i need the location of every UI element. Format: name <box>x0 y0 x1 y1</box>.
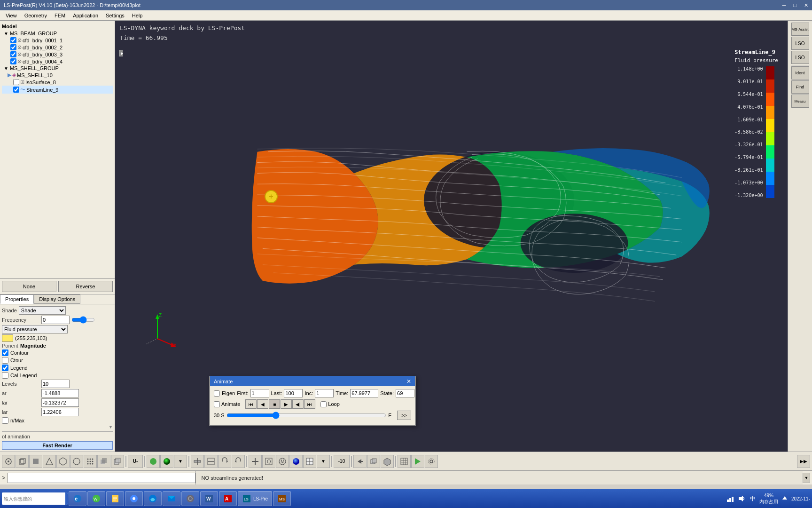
tree-isosurface-8[interactable]: ⊞ IsoSurface_8 <box>2 79 113 86</box>
btn-stop[interactable]: ■ <box>269 399 280 409</box>
menu-help[interactable]: Help <box>128 12 147 19</box>
component-select[interactable]: Fluid pressure <box>2 325 68 333</box>
tb-rotate[interactable] <box>218 455 231 468</box>
tb-sphere2[interactable] <box>289 455 303 468</box>
tb-mesh[interactable] <box>398 455 411 468</box>
eigen-checkbox[interactable] <box>214 390 220 397</box>
last-input[interactable] <box>284 389 303 397</box>
inc-input[interactable] <box>315 389 334 397</box>
tree-cfd-bdry-2[interactable]: ⊘ cfd_bdry_0002_2 <box>2 44 113 51</box>
color-swatch[interactable] <box>2 334 13 342</box>
tb-cube-wire[interactable] <box>16 455 29 468</box>
tb-dots[interactable] <box>84 455 97 468</box>
legend-checkbox[interactable] <box>2 365 8 371</box>
cfd2-checkbox[interactable] <box>10 44 16 50</box>
lar2-input[interactable] <box>41 408 79 416</box>
tb-minus10[interactable]: -10 <box>334 455 350 468</box>
tb-measure2[interactable]: M <box>276 455 289 468</box>
reverse-button[interactable]: Reverse <box>58 281 113 292</box>
first-input[interactable] <box>250 389 269 397</box>
search-button[interactable]: 搜索一下 <box>65 492 68 505</box>
animate-checkbox[interactable] <box>214 401 220 407</box>
ar-input[interactable] <box>41 389 79 397</box>
btn-first-frame[interactable]: ⏮ <box>245 399 257 409</box>
tb-clipping[interactable] <box>204 455 218 468</box>
tree-cfd-bdry-1[interactable]: ⊘ cfd_bdry_0001_1 <box>2 37 113 44</box>
cfd3-checkbox[interactable] <box>10 51 16 57</box>
levels-input[interactable] <box>41 380 70 388</box>
tb-expand-right[interactable]: ▶▶ <box>797 455 810 468</box>
maximize-btn[interactable]: □ <box>793 2 796 8</box>
task-word[interactable]: W <box>200 491 218 506</box>
menu-application[interactable]: Application <box>69 12 102 19</box>
tree-ms-beam-group[interactable]: ▼ MS_BEAM_GROUP <box>2 30 113 37</box>
tree-ms-shell-10[interactable]: ▶ ◈ MS_SHELL_10 <box>2 71 113 79</box>
tb-cube3[interactable] <box>367 455 380 468</box>
tb-add[interactable] <box>249 455 262 468</box>
iso-checkbox[interactable] <box>13 79 19 85</box>
tray-sound[interactable] <box>737 494 746 503</box>
task-acrobat[interactable]: A <box>219 491 237 506</box>
tb-green-circle[interactable] <box>147 455 160 468</box>
animate-close-btn[interactable]: ✕ <box>406 378 411 385</box>
right-btn-ms-assist[interactable]: MS-Assist <box>791 23 809 36</box>
tree-cfd-bdry-3[interactable]: ⊘ cfd_bdry_0003_3 <box>2 51 113 58</box>
search-input[interactable] <box>2 492 65 505</box>
tb-cube-face[interactable] <box>111 455 124 468</box>
tb-settings-gear[interactable] <box>425 455 438 468</box>
task-chrome[interactable] <box>125 491 143 506</box>
tb-view1[interactable] <box>303 455 316 468</box>
task-edge[interactable] <box>144 491 162 506</box>
tree-streamline-9[interactable]: 〜 StreamLine_9 <box>2 86 113 94</box>
tb-dropdown2[interactable]: ▼ <box>317 455 330 468</box>
cfd1-checkbox[interactable] <box>10 37 16 43</box>
tb-undo[interactable] <box>232 455 245 468</box>
tab-properties[interactable]: Properties <box>0 294 34 304</box>
none-button[interactable]: None <box>2 281 56 292</box>
center-viewport[interactable]: LS-DYNA keyword deck by LS-PrePost Time … <box>115 21 788 452</box>
close-btn[interactable]: ✕ <box>804 2 808 8</box>
loop-checkbox[interactable] <box>320 401 327 407</box>
stream-checkbox[interactable] <box>13 87 19 93</box>
freq-input[interactable] <box>41 316 70 324</box>
right-btn-ident[interactable]: Ident <box>791 66 809 79</box>
right-btn-lso2[interactable]: LSO <box>791 51 809 64</box>
task-lsdyna[interactable]: LS LS-Pre <box>238 491 272 506</box>
btn-play[interactable]: ▶ <box>281 399 292 409</box>
tb-u-minus[interactable]: U- <box>128 455 143 468</box>
tb-circle[interactable] <box>70 455 83 468</box>
task-steam[interactable] <box>181 491 199 506</box>
menu-settings[interactable]: Settings <box>102 12 128 19</box>
task-ie[interactable]: e <box>69 491 86 506</box>
speed-slider[interactable] <box>226 412 387 419</box>
menu-geometry[interactable]: Geometry <box>21 12 51 19</box>
tb-query[interactable]: Q <box>262 455 275 468</box>
tree-cfd-bdry-4[interactable]: ⊘ cfd_bdry_0004_4 <box>2 58 113 65</box>
tb-cube-solid[interactable] <box>97 455 110 468</box>
tree-ms-shell-group[interactable]: ▼ MS_SHELL_GROUP <box>2 65 113 71</box>
tb-cut-plane[interactable] <box>191 455 204 468</box>
task-file[interactable] <box>106 491 124 506</box>
right-btn-find[interactable]: Find <box>791 80 809 94</box>
tray-network[interactable] <box>726 494 735 503</box>
nmax-checkbox[interactable] <box>2 417 8 424</box>
tb-square[interactable] <box>29 455 42 468</box>
tb-move[interactable] <box>2 455 15 468</box>
tb-tri[interactable] <box>43 455 56 468</box>
tray-chinese[interactable]: 中 <box>748 494 757 503</box>
tab-display-options[interactable]: Display Options <box>34 294 80 304</box>
cal-legend-checkbox[interactable] <box>2 372 8 379</box>
state-input[interactable] <box>396 389 414 397</box>
tb-cube4[interactable] <box>381 455 394 468</box>
freq-slider[interactable] <box>71 316 95 324</box>
cmd-input[interactable] <box>8 473 195 483</box>
more-btn[interactable]: >> <box>397 411 411 420</box>
animate-title-bar[interactable]: Animate ✕ <box>210 377 415 386</box>
cfd4-checkbox[interactable] <box>10 58 16 64</box>
btn-prev-frame[interactable]: ◀ <box>257 399 268 409</box>
menu-fem[interactable]: FEM <box>51 12 69 19</box>
shade-select[interactable]: Shade <box>19 306 66 315</box>
scroll-right-btn[interactable]: ▼ <box>803 473 810 483</box>
time-input[interactable] <box>350 389 378 397</box>
btn-last-frame[interactable]: ⏭ <box>304 399 315 409</box>
